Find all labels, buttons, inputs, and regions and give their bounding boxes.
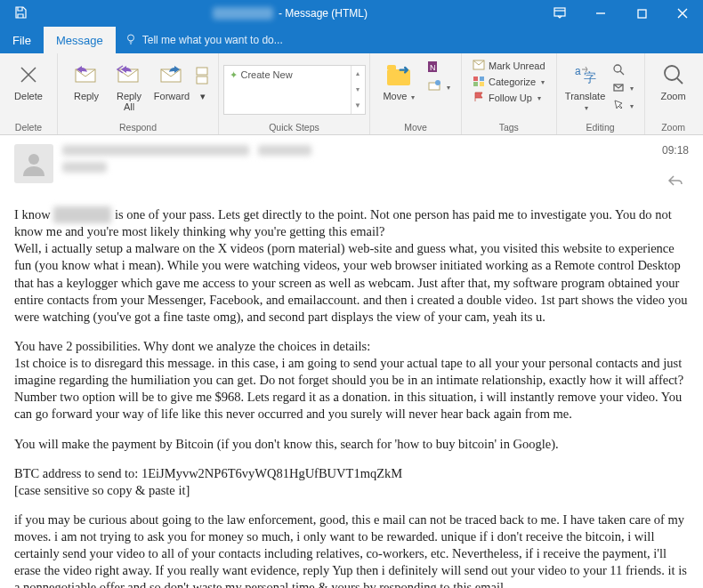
svg-rect-13 — [473, 77, 478, 81]
sparkle-icon: ✦ — [230, 69, 238, 81]
svg-rect-7 — [197, 77, 207, 84]
more-icon — [188, 60, 216, 89]
email-body: I know xxxx is one of your pass. Lets ge… — [14, 190, 689, 588]
group-label-zoom: Zoom — [661, 122, 685, 134]
subject-redacted: x — [62, 162, 107, 173]
group-label-move: Move — [404, 122, 427, 134]
svg-point-2 — [127, 35, 133, 41]
quicksteps-box[interactable]: ✦ Create New ▴▾▼ — [223, 65, 366, 115]
respond-more-button[interactable]: ▾ — [193, 57, 211, 101]
svg-text:a: a — [575, 65, 581, 77]
onenote-button[interactable]: N — [424, 59, 454, 77]
envelope-icon — [473, 60, 485, 72]
svg-text:字: 字 — [584, 70, 596, 85]
reply-shortcut-icon[interactable] — [62, 174, 689, 190]
select-button[interactable]: ▾ — [609, 98, 637, 114]
actions-icon — [427, 79, 441, 95]
minimize-icon[interactable] — [580, 0, 621, 27]
svg-point-11 — [435, 80, 440, 85]
svg-rect-14 — [480, 77, 484, 81]
delete-icon — [14, 60, 43, 89]
translate-button[interactable]: a字 Translate▾ — [564, 57, 607, 113]
zoom-icon — [659, 60, 688, 89]
group-label-editing: Editing — [586, 122, 615, 134]
forward-button[interactable]: Forward — [150, 57, 193, 101]
related-icon — [612, 81, 625, 95]
svg-rect-6 — [197, 68, 207, 75]
reply-all-icon — [115, 60, 143, 89]
reply-icon — [72, 60, 101, 89]
ribbon-options-icon[interactable] — [539, 0, 580, 27]
group-label-delete: Delete — [15, 122, 42, 134]
window-title: xxxxxx - Message (HTML) — [41, 7, 539, 20]
svg-rect-15 — [473, 82, 478, 86]
categorize-button[interactable]: Categorize▾ — [469, 75, 549, 89]
move-button[interactable]: ➜ Move ▾ — [377, 57, 420, 102]
move-icon: ➜ — [384, 60, 413, 89]
sender-redacted: x — [62, 145, 249, 156]
qs-up[interactable]: ▴ — [352, 66, 365, 82]
qs-down[interactable]: ▾ — [352, 82, 365, 98]
lightbulb-icon — [125, 33, 137, 48]
delete-button[interactable]: Delete — [7, 57, 50, 101]
qs-more[interactable]: ▼ — [352, 98, 365, 114]
tellme-search[interactable]: Tell me what you want to do... — [116, 27, 292, 53]
group-label-respond: Respond — [119, 122, 157, 134]
tab-file[interactable]: File — [0, 27, 44, 53]
group-label-quicksteps: Quick Steps — [269, 122, 319, 134]
svg-text:N: N — [430, 63, 436, 72]
reply-button[interactable]: Reply — [65, 57, 108, 101]
close-icon[interactable] — [662, 0, 703, 27]
mark-unread-button[interactable]: Mark Unread — [469, 59, 549, 73]
to-redacted: x — [258, 145, 311, 156]
svg-rect-16 — [480, 82, 484, 86]
categorize-icon — [473, 76, 485, 88]
group-label-tags: Tags — [499, 122, 519, 134]
followup-button[interactable]: Follow Up▾ — [469, 91, 549, 105]
forward-icon — [158, 60, 186, 89]
svg-point-19 — [614, 65, 621, 72]
pointer-icon — [612, 99, 625, 113]
svg-point-21 — [665, 66, 679, 80]
svg-point-22 — [28, 154, 39, 165]
avatar — [14, 144, 53, 183]
actions-button[interactable]: ▾ — [424, 78, 454, 96]
svg-rect-1 — [638, 10, 646, 18]
search-icon — [612, 63, 625, 77]
save-icon[interactable] — [0, 6, 41, 21]
find-button[interactable] — [609, 62, 637, 78]
svg-rect-0 — [554, 8, 565, 16]
zoom-button[interactable]: Zoom — [652, 57, 695, 101]
flag-icon — [473, 92, 485, 104]
tab-message[interactable]: Message — [44, 27, 116, 53]
onenote-icon: N — [427, 60, 441, 76]
related-button[interactable]: ▾ — [609, 80, 637, 96]
translate-icon: a字 — [571, 60, 600, 89]
maximize-icon[interactable] — [621, 0, 662, 27]
timestamp: 09:18 — [662, 144, 689, 157]
reply-all-button[interactable]: Reply All — [108, 57, 150, 112]
